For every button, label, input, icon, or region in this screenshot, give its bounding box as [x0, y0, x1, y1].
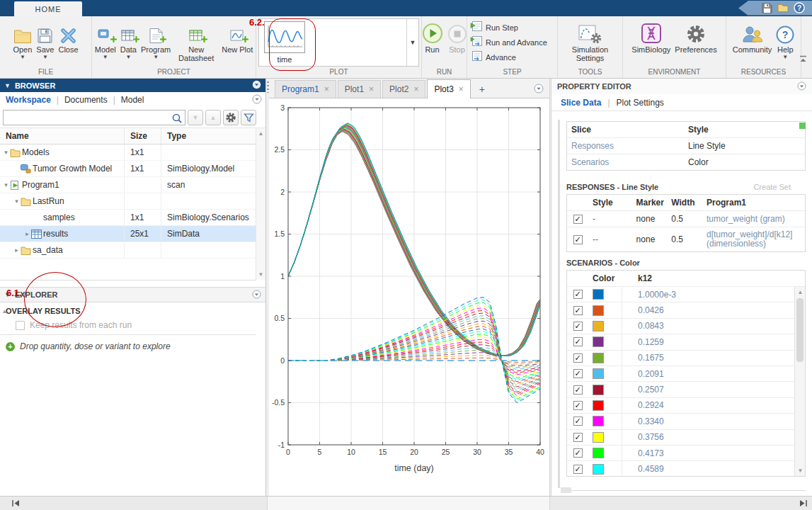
scenarios-scroll-up-icon[interactable]: ▲ — [796, 288, 805, 297]
property-editor-header[interactable]: PROPERTY EDITOR — [551, 79, 812, 94]
new-datasheet-button[interactable]: New Datasheet — [173, 18, 219, 62]
qab-open-folder-icon[interactable] — [777, 2, 789, 13]
scenario-color-swatch[interactable] — [593, 416, 604, 426]
create-set-button[interactable]: Create Set — [753, 183, 791, 191]
scenario-visible-checkbox[interactable]: ✓ — [573, 306, 583, 315]
scenario-row-11[interactable]: ✓0.4589 — [567, 461, 805, 477]
explorer-drop-area[interactable]: + Drop quantity, dose or variant to expl… — [6, 341, 171, 351]
scenario-color-swatch[interactable] — [593, 305, 604, 316]
qab-save-icon[interactable] — [761, 2, 772, 13]
tab-plot2[interactable]: Plot2× — [382, 80, 425, 98]
scenario-color-swatch[interactable] — [593, 321, 604, 332]
scenario-visible-checkbox[interactable]: ✓ — [573, 401, 583, 410]
close-tab-icon[interactable]: × — [459, 86, 464, 93]
scenario-row-3[interactable]: ✓0.1259 — [567, 334, 805, 350]
plot-type-time[interactable]: time — [259, 19, 310, 66]
open-button[interactable]: Open ▼ — [11, 18, 34, 60]
stop-button[interactable]: Stop — [445, 18, 469, 54]
filter-button[interactable] — [241, 110, 256, 125]
search-prev-button[interactable]: ▲ — [205, 110, 221, 125]
save-button[interactable]: Save ▼ — [34, 18, 56, 60]
expander-icon[interactable]: ▸ — [13, 246, 21, 254]
expander-icon[interactable]: ▾ — [2, 149, 10, 156]
browser-panel-header[interactable]: ▼ BROWSER — [0, 79, 265, 92]
scenario-visible-checkbox[interactable]: ✓ — [573, 433, 583, 442]
tab-plot-settings[interactable]: Plot Settings — [610, 98, 670, 108]
save-dropdown-arrow[interactable]: ▼ — [42, 55, 48, 60]
slice-row-scenarios[interactable]: ScenariosColor — [567, 154, 805, 170]
scenario-color-swatch[interactable] — [593, 448, 604, 458]
scenario-color-swatch[interactable] — [593, 385, 604, 395]
new-tab-button[interactable]: + — [472, 80, 492, 98]
keep-results-checkbox[interactable] — [16, 321, 25, 330]
tab-workspace[interactable]: Workspace — [4, 95, 57, 105]
scenario-visible-checkbox[interactable]: ✓ — [573, 337, 583, 346]
scenario-row-7[interactable]: ✓0.2924 — [567, 398, 805, 414]
run-button[interactable]: Run — [420, 18, 445, 54]
tab-documents[interactable]: Documents — [59, 95, 113, 105]
scenario-color-swatch[interactable] — [593, 353, 604, 363]
scenario-row-5[interactable]: ✓0.2091 — [567, 366, 805, 382]
response-visible-checkbox[interactable]: ✓ — [573, 235, 583, 244]
tab-plot1[interactable]: Plot1× — [338, 80, 381, 98]
open-dropdown-arrow[interactable]: ▼ — [20, 55, 25, 60]
scenario-visible-checkbox[interactable]: ✓ — [573, 322, 583, 331]
scroll-up-icon[interactable]: ▲ — [256, 129, 265, 138]
explorer-panel-header[interactable]: ▼ EXPLORER — [0, 287, 265, 302]
simbiology-button[interactable]: SimBiology — [629, 18, 673, 54]
program-button[interactable]: Program ▼ — [139, 18, 173, 60]
program-dropdown-arrow[interactable]: ▼ — [153, 55, 159, 60]
close-tab-icon[interactable]: × — [413, 86, 418, 93]
scenario-row-9[interactable]: ✓0.3756 — [567, 430, 805, 446]
close-tab-icon[interactable]: × — [324, 86, 329, 93]
help-button[interactable]: ? Help ▼ — [774, 18, 796, 60]
explorer-scroll-up-icon[interactable]: ▲ — [0, 307, 9, 316]
expander-icon[interactable]: ▾ — [2, 181, 10, 188]
plot-gallery-dropdown[interactable]: ▼ — [406, 19, 418, 66]
scenario-color-swatch[interactable] — [593, 400, 604, 411]
tab-slice-data[interactable]: Slice Data — [561, 98, 607, 108]
scenario-visible-checkbox[interactable]: ✓ — [573, 448, 583, 458]
model-dropdown-arrow[interactable]: ▼ — [103, 55, 108, 60]
community-button[interactable]: Community — [731, 18, 774, 54]
run-and-advance-button[interactable]: Run and Advance — [467, 35, 550, 50]
scenario-color-swatch[interactable] — [593, 432, 604, 443]
column-header-size[interactable]: Size — [125, 128, 161, 144]
search-input[interactable] — [4, 110, 168, 125]
column-header-name[interactable]: Name — [0, 128, 125, 144]
scenarios-hscrollbar[interactable] — [561, 487, 806, 494]
tree-row-lastrun[interactable]: ▾LastRun — [0, 193, 256, 210]
scenario-visible-checkbox[interactable]: ✓ — [573, 290, 583, 299]
response-row-0[interactable]: ✓-none0.5tumor_weight (gram) — [567, 211, 805, 227]
scenario-visible-checkbox[interactable]: ✓ — [573, 353, 583, 363]
column-header-type[interactable]: Type — [161, 128, 256, 144]
expander-icon[interactable]: ▸ — [23, 230, 31, 237]
tree-row-models[interactable]: ▾Models1x1 — [0, 144, 256, 161]
scroll-down-icon[interactable]: ▼ — [256, 270, 265, 279]
browser-tabs-menu-icon[interactable] — [252, 94, 262, 106]
collapse-right-button[interactable] — [799, 499, 808, 509]
browser-collapse-icon[interactable]: ▼ — [4, 82, 11, 89]
collapse-left-button[interactable] — [11, 499, 21, 509]
scenario-row-6[interactable]: ✓0.2507 — [567, 382, 805, 397]
data-dropdown-arrow[interactable]: ▼ — [125, 55, 131, 60]
run-step-button[interactable]: Run Step — [467, 21, 521, 35]
scenario-row-10[interactable]: ✓0.4173 — [567, 446, 805, 461]
scenario-visible-checkbox[interactable]: ✓ — [573, 416, 583, 426]
tree-row-tumor-growth-model[interactable]: Tumor Growth Model1x1SimBiology.Model — [0, 161, 256, 177]
response-row-1[interactable]: ✓--none0.5d[tumor_weight]/d[k12] (dimens… — [567, 227, 805, 251]
property-editor-menu-icon[interactable] — [797, 81, 806, 92]
tab-home[interactable]: HOME — [14, 1, 82, 16]
scenario-row-8[interactable]: ✓0.3340 — [567, 414, 805, 429]
tab-program1[interactable]: Program1× — [275, 80, 336, 98]
scenario-visible-checkbox[interactable]: ✓ — [573, 369, 583, 378]
close-tab-icon[interactable]: × — [369, 86, 374, 93]
tree-row-results[interactable]: ▸results25x1SimData — [0, 226, 256, 242]
scenarios-scrollbar[interactable]: ▲ ▼ — [794, 287, 805, 476]
search-settings-button[interactable] — [223, 110, 239, 125]
slice-row-responses[interactable]: ResponsesLine Style — [567, 138, 805, 154]
data-button[interactable]: Data ▼ — [118, 18, 139, 60]
search-icon[interactable] — [171, 113, 183, 126]
tree-row-sa-data[interactable]: ▸sa_data — [0, 242, 256, 259]
scenario-color-swatch[interactable] — [593, 336, 604, 347]
